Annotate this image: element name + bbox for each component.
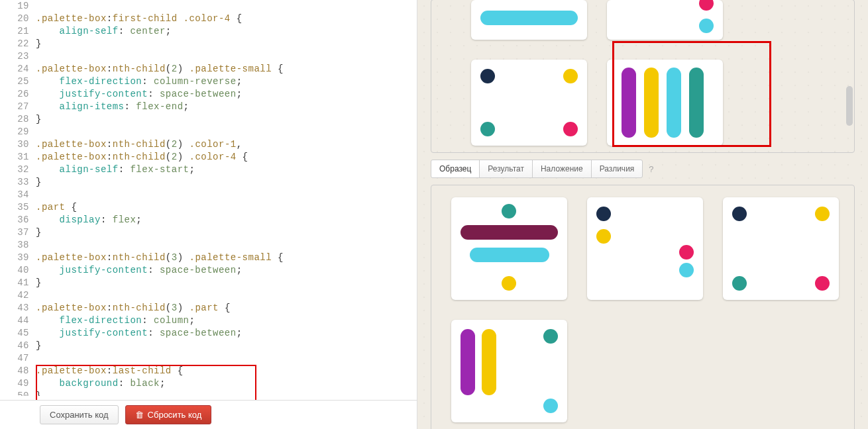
bar-purple bbox=[622, 68, 636, 138]
code-text[interactable]: justify-content: space-between; bbox=[36, 327, 417, 340]
code-text[interactable] bbox=[36, 189, 417, 201]
code-line[interactable]: 44 flex-direction: column; bbox=[0, 314, 417, 327]
dot-teal bbox=[480, 122, 495, 136]
palette-box bbox=[723, 197, 839, 300]
line-number: 43 bbox=[0, 302, 36, 314]
dot-yellow bbox=[596, 229, 611, 244]
line-number: 50 bbox=[0, 390, 36, 396]
tab-help[interactable]: ? bbox=[642, 160, 660, 178]
scrollbar-thumb[interactable] bbox=[846, 86, 853, 126]
code-line[interactable]: 39.palette-box:nth-child(3) .palette-sma… bbox=[0, 252, 417, 264]
code-text[interactable]: .palette-box:nth-child(2) .palette-small… bbox=[36, 63, 417, 75]
code-line[interactable]: 23 bbox=[0, 50, 417, 63]
line-number: 37 bbox=[0, 226, 36, 239]
code-line[interactable]: 30.palette-box:nth-child(2) .color-1, bbox=[0, 138, 417, 151]
code-line[interactable]: 45 justify-content: space-between; bbox=[0, 327, 417, 340]
code-text[interactable] bbox=[36, 0, 417, 13]
code-text[interactable] bbox=[36, 126, 417, 138]
code-text[interactable]: .part { bbox=[36, 201, 417, 214]
code-line[interactable]: 26 justify-content: space-between; bbox=[0, 88, 417, 101]
code-editor[interactable]: 1920.palette-box:first-child .color-4 {2… bbox=[0, 0, 417, 396]
code-text[interactable]: } bbox=[36, 176, 417, 189]
code-line[interactable]: 19 bbox=[0, 0, 417, 13]
code-line[interactable]: 20.palette-box:first-child .color-4 { bbox=[0, 13, 417, 25]
code-line[interactable]: 49 background: black; bbox=[0, 377, 417, 390]
dot-teal bbox=[543, 329, 558, 344]
code-line[interactable]: 25 flex-direction: column-reverse; bbox=[0, 75, 417, 88]
code-line[interactable]: 42 bbox=[0, 289, 417, 302]
code-text[interactable]: } bbox=[36, 390, 417, 396]
code-text[interactable]: .palette-box:nth-child(3) .part { bbox=[36, 302, 417, 314]
code-text[interactable]: align-items: flex-end; bbox=[36, 101, 417, 113]
code-line[interactable]: 40 justify-content: space-between; bbox=[0, 264, 417, 277]
code-line[interactable]: 35.part { bbox=[0, 201, 417, 214]
code-text[interactable] bbox=[36, 239, 417, 252]
code-text[interactable]: flex-direction: column-reverse; bbox=[36, 75, 417, 88]
reset-code-label: Сбросить код bbox=[148, 410, 202, 420]
line-number: 46 bbox=[0, 340, 36, 352]
code-line[interactable]: 21 align-self: center; bbox=[0, 25, 417, 38]
code-text[interactable]: .palette-box:nth-child(2) .color-1, bbox=[36, 138, 417, 151]
code-line[interactable]: 32 align-self: flex-start; bbox=[0, 164, 417, 176]
reset-code-button[interactable]: 🗑 Сбросить код bbox=[125, 405, 212, 424]
bar-cyan bbox=[470, 248, 549, 262]
line-number: 44 bbox=[0, 314, 36, 327]
code-line[interactable]: 33} bbox=[0, 176, 417, 189]
editor-pane: 1920.palette-box:first-child .color-4 {2… bbox=[0, 0, 417, 429]
line-number: 42 bbox=[0, 289, 36, 302]
line-number: 28 bbox=[0, 113, 36, 126]
line-number: 20 bbox=[0, 13, 36, 25]
bar-yellow bbox=[482, 329, 496, 395]
code-text[interactable]: display: flex; bbox=[36, 214, 417, 226]
line-number: 36 bbox=[0, 214, 36, 226]
code-text[interactable]: .palette-box:last-child { bbox=[36, 365, 417, 377]
code-line[interactable]: 29 bbox=[0, 126, 417, 138]
code-text[interactable]: } bbox=[36, 340, 417, 352]
code-line[interactable]: 22} bbox=[0, 38, 417, 50]
code-line[interactable]: 48.palette-box:last-child { bbox=[0, 365, 417, 377]
code-text[interactable] bbox=[36, 50, 417, 63]
code-text[interactable]: align-self: center; bbox=[36, 25, 417, 38]
dot-navy bbox=[480, 69, 495, 83]
code-line[interactable]: 31.palette-box:nth-child(2) .color-4 { bbox=[0, 151, 417, 164]
tab-overlay[interactable]: Наложение bbox=[532, 160, 592, 178]
tab-result[interactable]: Результат bbox=[479, 160, 533, 178]
code-line[interactable]: 50} bbox=[0, 390, 417, 396]
bar-cyan bbox=[667, 68, 681, 138]
palette-box bbox=[607, 60, 723, 146]
code-text[interactable]: } bbox=[36, 226, 417, 239]
code-line[interactable]: 41} bbox=[0, 277, 417, 289]
code-line[interactable]: 43.palette-box:nth-child(3) .part { bbox=[0, 302, 417, 314]
code-text[interactable]: } bbox=[36, 277, 417, 289]
code-text[interactable]: background: black; bbox=[36, 377, 417, 390]
code-line[interactable]: 38 bbox=[0, 239, 417, 252]
code-text[interactable]: .palette-box:first-child .color-4 { bbox=[36, 13, 417, 25]
tab-sample[interactable]: Образец bbox=[431, 160, 480, 178]
code-text[interactable]: justify-content: space-between; bbox=[36, 88, 417, 101]
preview-top bbox=[431, 0, 855, 153]
code-line[interactable]: 36 display: flex; bbox=[0, 214, 417, 226]
code-text[interactable] bbox=[36, 289, 417, 302]
code-text[interactable]: } bbox=[36, 113, 417, 126]
preview-bottom bbox=[431, 185, 855, 429]
code-line[interactable]: 24.palette-box:nth-child(2) .palette-sma… bbox=[0, 63, 417, 75]
code-text[interactable] bbox=[36, 352, 417, 365]
tab-diff[interactable]: Различия bbox=[591, 160, 643, 178]
palette-box bbox=[607, 0, 723, 40]
code-line[interactable]: 47 bbox=[0, 352, 417, 365]
line-number: 33 bbox=[0, 176, 36, 189]
code-text[interactable]: .palette-box:nth-child(3) .palette-small… bbox=[36, 252, 417, 264]
code-text[interactable]: .palette-box:nth-child(2) .color-4 { bbox=[36, 151, 417, 164]
code-line[interactable]: 34 bbox=[0, 189, 417, 201]
code-line[interactable]: 28} bbox=[0, 113, 417, 126]
save-code-button[interactable]: Сохранить код bbox=[40, 405, 119, 424]
line-number: 24 bbox=[0, 63, 36, 75]
dot-yellow bbox=[502, 276, 516, 291]
code-line[interactable]: 46} bbox=[0, 340, 417, 352]
code-line[interactable]: 37} bbox=[0, 226, 417, 239]
code-text[interactable]: flex-direction: column; bbox=[36, 314, 417, 327]
code-text[interactable]: align-self: flex-start; bbox=[36, 164, 417, 176]
code-line[interactable]: 27 align-items: flex-end; bbox=[0, 101, 417, 113]
code-text[interactable]: } bbox=[36, 38, 417, 50]
code-text[interactable]: justify-content: space-between; bbox=[36, 264, 417, 277]
